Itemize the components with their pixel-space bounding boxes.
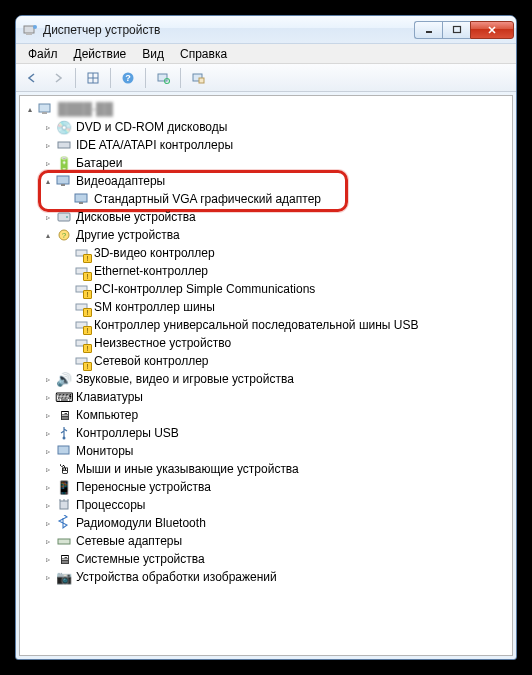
maximize-button[interactable]: [442, 21, 470, 39]
help-button[interactable]: ?: [116, 67, 140, 89]
properties-button[interactable]: [186, 67, 210, 89]
tree-item[interactable]: ▹IDE ATA/ATAPI контроллеры: [42, 136, 510, 154]
tree-item[interactable]: ▹🖥Компьютер: [42, 406, 510, 424]
node-label: Компьютер: [76, 408, 138, 422]
tree-item-video-adapters[interactable]: ▴Видеоадаптеры: [42, 172, 510, 190]
device-tree-panel[interactable]: ▴ ████-██ ▹💿DVD и CD-ROM дисководы ▹IDE …: [19, 95, 513, 656]
tree-item[interactable]: ·!Неизвестное устройство: [60, 334, 510, 352]
tree-item[interactable]: ▹Дисковые устройства: [42, 208, 510, 226]
svg-rect-1: [26, 33, 32, 35]
expand-icon[interactable]: ▹: [42, 140, 53, 151]
back-button[interactable]: [20, 67, 44, 89]
tree-item[interactable]: ▹Процессоры: [42, 496, 510, 514]
expand-icon[interactable]: ▹: [42, 212, 53, 223]
expand-icon[interactable]: ▹: [42, 500, 53, 511]
svg-rect-12: [158, 74, 167, 81]
menu-file[interactable]: Файл: [20, 45, 66, 63]
expand-icon[interactable]: ▹: [42, 122, 53, 133]
tree-item[interactable]: ·!3D-видео контроллер: [60, 244, 510, 262]
root-node[interactable]: ▴ ████-██: [24, 100, 510, 118]
svg-rect-23: [58, 213, 70, 221]
computer-icon: 🖥: [56, 407, 72, 423]
collapse-icon[interactable]: ▴: [42, 230, 53, 241]
tree-item[interactable]: ▹Мониторы: [42, 442, 510, 460]
node-label: Видеоадаптеры: [76, 174, 165, 188]
node-label: Устройства обработки изображений: [76, 570, 277, 584]
node-label: 3D-видео контроллер: [94, 246, 215, 260]
collapse-icon[interactable]: ▴: [42, 176, 53, 187]
disk-icon: [56, 209, 72, 225]
expand-icon[interactable]: ▹: [42, 392, 53, 403]
device-manager-window: Диспетчер устройств Файл Действие Вид Сп…: [15, 15, 517, 660]
menu-view[interactable]: Вид: [134, 45, 172, 63]
tree-item[interactable]: ▹Радиомодули Bluetooth: [42, 514, 510, 532]
root-label: ████-██: [58, 102, 113, 116]
svg-point-2: [33, 25, 37, 29]
expand-icon[interactable]: ▹: [42, 374, 53, 385]
menubar: Файл Действие Вид Справка: [16, 44, 516, 64]
tree-item[interactable]: ▹⌨Клавиатуры: [42, 388, 510, 406]
menu-action[interactable]: Действие: [66, 45, 135, 63]
ide-icon: [56, 137, 72, 153]
node-label: Процессоры: [76, 498, 146, 512]
tree-item[interactable]: ·!Сетевой контроллер: [60, 352, 510, 370]
imaging-icon: 📷: [56, 569, 72, 585]
minimize-button[interactable]: [414, 21, 442, 39]
node-label: Звуковые, видео и игровые устройства: [76, 372, 294, 386]
tree-item[interactable]: ▹🔋Батареи: [42, 154, 510, 172]
toolbar: ?: [16, 64, 516, 92]
svg-rect-20: [61, 184, 65, 186]
tree-item[interactable]: ▹🖥Системные устройства: [42, 550, 510, 568]
svg-rect-18: [58, 142, 70, 148]
tree-item[interactable]: ▹Контроллеры USB: [42, 424, 510, 442]
collapse-icon[interactable]: ▴: [24, 104, 35, 115]
node-label: Клавиатуры: [76, 390, 143, 404]
expand-icon[interactable]: ▹: [42, 536, 53, 547]
expand-icon[interactable]: ▹: [42, 554, 53, 565]
tree-item-vga-adapter[interactable]: ·Стандартный VGA графический адаптер: [60, 190, 510, 208]
svg-rect-16: [39, 104, 50, 112]
titlebar[interactable]: Диспетчер устройств: [16, 16, 516, 44]
scan-button[interactable]: [151, 67, 175, 89]
menu-help[interactable]: Справка: [172, 45, 235, 63]
svg-rect-19: [57, 176, 69, 184]
forward-button[interactable]: [46, 67, 70, 89]
expand-icon[interactable]: ▹: [42, 518, 53, 529]
tree-item[interactable]: ·!SM контроллер шины: [60, 298, 510, 316]
node-label: Системные устройства: [76, 552, 205, 566]
tree-item[interactable]: ▹🔊Звуковые, видео и игровые устройства: [42, 370, 510, 388]
node-label: Сетевой контроллер: [94, 354, 209, 368]
node-label: Переносные устройства: [76, 480, 211, 494]
tree-item[interactable]: ·!Контроллер универсальной последователь…: [60, 316, 510, 334]
tree-item[interactable]: ▹💿DVD и CD-ROM дисководы: [42, 118, 510, 136]
battery-icon: 🔋: [56, 155, 72, 171]
expand-icon[interactable]: ▹: [42, 482, 53, 493]
svg-rect-21: [75, 194, 87, 202]
svg-rect-40: [58, 539, 70, 544]
show-hidden-button[interactable]: [81, 67, 105, 89]
tree-item[interactable]: ·!PCI-контроллер Simple Communications: [60, 280, 510, 298]
tree-item-other[interactable]: ▴?Другие устройства: [42, 226, 510, 244]
expand-icon[interactable]: ▹: [42, 428, 53, 439]
expand-icon[interactable]: ▹: [42, 446, 53, 457]
tree-item[interactable]: ▹📱Переносные устройства: [42, 478, 510, 496]
node-label: Батареи: [76, 156, 122, 170]
expand-icon[interactable]: ▹: [42, 410, 53, 421]
svg-rect-4: [453, 26, 460, 32]
cpu-icon: [56, 497, 72, 513]
svg-text:?: ?: [62, 231, 67, 240]
tree-item[interactable]: ▹📷Устройства обработки изображений: [42, 568, 510, 586]
tree-item[interactable]: ▹Сетевые адаптеры: [42, 532, 510, 550]
mouse-icon: 🖱: [56, 461, 72, 477]
expand-icon[interactable]: ▹: [42, 158, 53, 169]
node-label: Дисковые устройства: [76, 210, 196, 224]
system-icon: 🖥: [56, 551, 72, 567]
close-button[interactable]: [470, 21, 514, 39]
sound-icon: 🔊: [56, 371, 72, 387]
tree-item[interactable]: ▹🖱Мыши и иные указывающие устройства: [42, 460, 510, 478]
node-label: Мыши и иные указывающие устройства: [76, 462, 299, 476]
expand-icon[interactable]: ▹: [42, 464, 53, 475]
expand-icon[interactable]: ▹: [42, 572, 53, 583]
other-devices-icon: ?: [56, 227, 72, 243]
tree-item[interactable]: ·!Ethernet-контроллер: [60, 262, 510, 280]
